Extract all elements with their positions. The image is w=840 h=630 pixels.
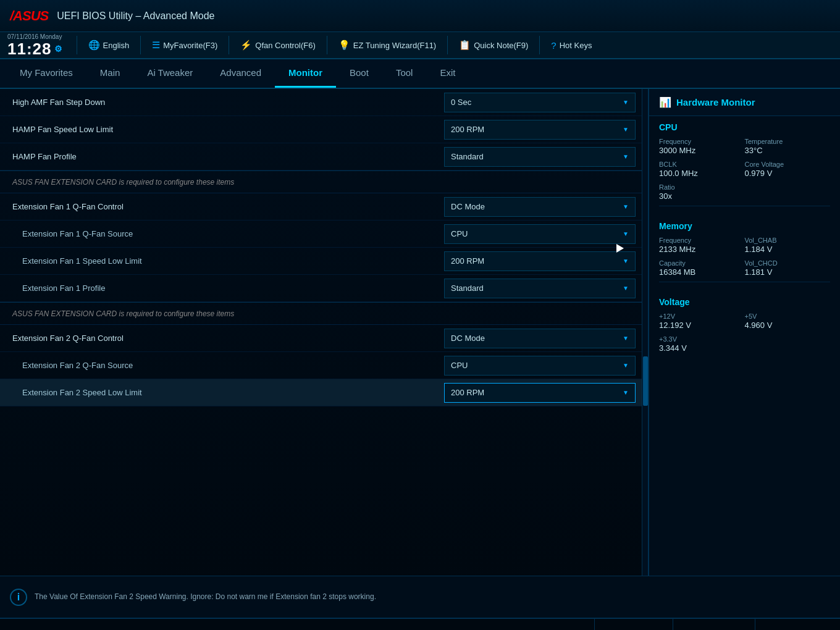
language-selector[interactable]: 🌐 English bbox=[83, 40, 135, 51]
hw-memory-section: Memory Frequency 2133 MHz Vol_CHAB 1.184… bbox=[649, 215, 840, 291]
setting-hamp-profile[interactable]: HAMP Fan Profile Standard ▼ bbox=[0, 143, 648, 170]
ez-mode-btn[interactable]: EzMode(F7)→ bbox=[673, 619, 755, 630]
setting-label-ext1-profile: Extension Fan 1 Profile bbox=[12, 284, 444, 293]
setting-ext1-speed-low[interactable]: Extension Fan 1 Speed Low Limit 200 RPM … bbox=[0, 248, 648, 275]
v5-value: 4.960 V bbox=[745, 321, 831, 330]
v33-label: +3.3V bbox=[659, 335, 745, 343]
setting-ext2-speed-low[interactable]: Extension Fan 2 Speed Low Limit 200 RPM … bbox=[0, 379, 648, 406]
cpu-bclk-label: BCLK bbox=[659, 160, 745, 169]
help-icon: ? bbox=[551, 40, 556, 51]
chevron-down-icon: ▼ bbox=[623, 362, 629, 369]
setting-ext2-source[interactable]: Extension Fan 2 Q-Fan Source CPU ▼ bbox=[0, 352, 648, 379]
setting-label-hamp-profile: HAMP Fan Profile bbox=[12, 152, 444, 161]
dropdown-hamp-profile[interactable]: Standard ▼ bbox=[444, 147, 636, 167]
bottom-buttons: Last Modified EzMode(F7)→ Search on FAQ bbox=[594, 619, 840, 630]
cpu-ratio-value: 30x bbox=[659, 191, 745, 201]
cpu-temp-value: 33°C bbox=[745, 146, 831, 155]
chevron-down-icon: ▼ bbox=[623, 389, 629, 396]
settings-list: High AMF Fan Step Down 0 Sec ▼ HAMP Fan … bbox=[0, 89, 648, 406]
last-modified-btn[interactable]: Last Modified bbox=[594, 619, 672, 630]
setting-label-ext2-source: Extension Fan 2 Q-Fan Source bbox=[12, 361, 444, 370]
monitor-icon: 📊 bbox=[659, 96, 671, 108]
fan-icon: ⚡ bbox=[240, 40, 252, 51]
divider-6 bbox=[539, 36, 540, 54]
setting-label-ext1-source: Extension Fan 1 Q-Fan Source bbox=[12, 229, 444, 238]
section-note-label-1: ASUS FAN EXTENSION CARD is required to c… bbox=[12, 178, 636, 187]
divider-4 bbox=[327, 36, 327, 54]
chevron-down-icon: ▼ bbox=[623, 203, 629, 210]
nav-exit[interactable]: Exit bbox=[426, 59, 469, 88]
dropdown-ext1-control[interactable]: DC Mode ▼ bbox=[444, 197, 636, 217]
setting-label-ext1-control: Extension Fan 1 Q-Fan Control bbox=[12, 202, 444, 211]
dropdown-hamp-speed-low[interactable]: 200 RPM ▼ bbox=[444, 120, 636, 140]
hw-voltage-section: Voltage +12V 12.192 V +5V 4.960 V +3.3V … bbox=[649, 291, 840, 360]
setting-ext1-control[interactable]: Extension Fan 1 Q-Fan Control DC Mode ▼ bbox=[0, 193, 648, 220]
nav-tool[interactable]: Tool bbox=[382, 59, 427, 88]
chevron-down-icon: ▼ bbox=[623, 126, 629, 133]
nav-monitor[interactable]: Monitor bbox=[275, 59, 336, 88]
setting-label-hamp-step-down: High AMF Fan Step Down bbox=[12, 98, 444, 107]
my-favorite-btn[interactable]: ☰ MyFavorite(F3) bbox=[147, 40, 222, 51]
dropdown-hamp-step-down[interactable]: 0 Sec ▼ bbox=[444, 93, 636, 112]
nav-advanced[interactable]: Advanced bbox=[206, 59, 275, 88]
dropdown-ext1-profile[interactable]: Standard ▼ bbox=[444, 279, 636, 298]
status-bar: 07/11/2016 Monday 11:28 ⚙ 🌐 English ☰ My… bbox=[0, 32, 840, 59]
info-bar: i The Value Of Extension Fan 2 Speed War… bbox=[0, 576, 840, 618]
v33-value: 3.344 V bbox=[659, 343, 745, 353]
setting-label-ext2-speed-low: Extension Fan 2 Speed Low Limit bbox=[12, 388, 444, 397]
cpu-temp-label: Temperature bbox=[745, 137, 831, 146]
qfan-btn[interactable]: ⚡ Qfan Control(F6) bbox=[235, 40, 321, 51]
hw-voltage-title: Voltage bbox=[659, 297, 830, 307]
info-text: The Value Of Extension Fan 2 Speed Warni… bbox=[35, 592, 376, 602]
search-faq-btn[interactable]: Search on FAQ bbox=[755, 619, 840, 630]
v12-value: 12.192 V bbox=[659, 321, 745, 330]
nav-main[interactable]: Main bbox=[86, 59, 134, 88]
v12-label: +12V bbox=[659, 312, 745, 321]
mem-freq-value: 2133 MHz bbox=[659, 245, 745, 254]
main-layout: High AMF Fan Step Down 0 Sec ▼ HAMP Fan … bbox=[0, 89, 840, 576]
setting-ext1-profile[interactable]: Extension Fan 1 Profile Standard ▼ bbox=[0, 275, 648, 302]
header: /ASUS UEFI BIOS Utility – Advanced Mode bbox=[0, 0, 840, 32]
cpu-freq-label: Frequency bbox=[659, 137, 745, 146]
setting-hamp-step-down[interactable]: High AMF Fan Step Down 0 Sec ▼ bbox=[0, 89, 648, 116]
asus-logo: /ASUS bbox=[10, 8, 48, 24]
info-icon: i bbox=[10, 589, 27, 606]
nav-my-favorites[interactable]: My Favorites bbox=[6, 59, 86, 88]
hw-divider-2 bbox=[659, 282, 830, 282]
chevron-down-icon: ▼ bbox=[623, 285, 629, 292]
setting-ext2-control[interactable]: Extension Fan 2 Q-Fan Control DC Mode ▼ bbox=[0, 325, 648, 352]
sidebar-title: 📊 Hardware Monitor bbox=[649, 89, 840, 116]
dropdown-ext1-speed-low[interactable]: 200 RPM ▼ bbox=[444, 251, 636, 271]
setting-ext1-source[interactable]: Extension Fan 1 Q-Fan Source CPU ▼ bbox=[0, 220, 648, 248]
chevron-down-icon: ▼ bbox=[623, 335, 629, 342]
ez-tuning-btn[interactable]: 💡 EZ Tuning Wizard(F11) bbox=[334, 40, 441, 51]
scrollbar-track[interactable] bbox=[642, 89, 648, 576]
hw-divider-1 bbox=[659, 206, 830, 206]
chevron-down-icon: ▼ bbox=[623, 153, 629, 160]
mem-volchab-label: Vol_CHAB bbox=[745, 236, 831, 245]
dropdown-ext1-source[interactable]: CPU ▼ bbox=[444, 224, 636, 244]
mem-cap-label: Capacity bbox=[659, 259, 745, 267]
datetime: 07/11/2016 Monday 11:28 ⚙ bbox=[7, 33, 63, 57]
divider-5 bbox=[447, 36, 448, 54]
v5-label: +5V bbox=[745, 312, 831, 321]
dropdown-ext2-speed-low[interactable]: 200 RPM ▼ bbox=[444, 383, 636, 403]
chevron-down-icon: ▼ bbox=[623, 258, 629, 264]
sidebar-title-text: Hardware Monitor bbox=[676, 97, 755, 107]
hw-memory-grid: Frequency 2133 MHz Vol_CHAB 1.184 V Capa… bbox=[659, 236, 830, 277]
hw-cpu-grid: Frequency 3000 MHz Temperature 33°C BCLK… bbox=[659, 137, 830, 201]
dropdown-ext2-control[interactable]: DC Mode ▼ bbox=[444, 329, 636, 348]
mem-volchab-value: 1.184 V bbox=[745, 245, 831, 254]
section-note-label-2: ASUS FAN EXTENSION CARD is required to c… bbox=[12, 309, 636, 318]
clock-gear-icon[interactable]: ⚙ bbox=[54, 44, 63, 53]
hot-keys-btn[interactable]: ? Hot Keys bbox=[546, 40, 597, 51]
cpu-bclk-value: 100.0 MHz bbox=[659, 169, 745, 178]
setting-label-ext2-control: Extension Fan 2 Q-Fan Control bbox=[12, 334, 444, 343]
dropdown-ext2-source[interactable]: CPU ▼ bbox=[444, 356, 636, 376]
nav-ai-tweaker[interactable]: Ai Tweaker bbox=[133, 59, 206, 88]
nav-boot[interactable]: Boot bbox=[336, 59, 382, 88]
globe-icon: 🌐 bbox=[88, 40, 100, 51]
quick-note-btn[interactable]: 📋 Quick Note(F9) bbox=[454, 40, 533, 51]
setting-hamp-speed-low[interactable]: HAMP Fan Speed Low Limit 200 RPM ▼ bbox=[0, 116, 648, 143]
scrollbar-thumb[interactable] bbox=[643, 356, 648, 406]
